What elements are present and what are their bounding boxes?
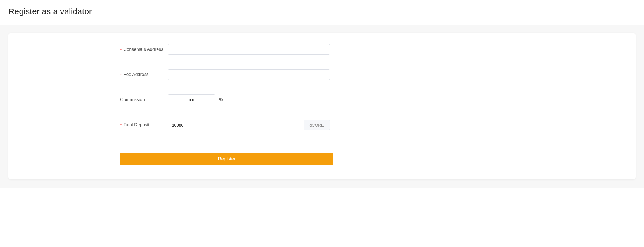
button-row: Register <box>8 153 636 165</box>
consensus-address-input[interactable] <box>168 44 330 55</box>
consensus-address-label-cell: * Consensus Address <box>8 47 168 52</box>
deposit-input-group: dCORE <box>168 120 330 130</box>
commission-input-cell: % <box>168 94 223 105</box>
consensus-address-row: * Consensus Address <box>8 44 636 55</box>
fee-address-label: Fee Address <box>124 72 149 77</box>
form-card: * Consensus Address * Fee Address Commis… <box>8 33 636 179</box>
page-title: Register as a validator <box>8 7 636 16</box>
fee-address-input-cell <box>168 69 330 80</box>
commission-label: Commission <box>120 97 145 102</box>
page-header: Register as a validator <box>0 0 644 25</box>
total-deposit-input[interactable] <box>168 120 304 130</box>
page-background: * Consensus Address * Fee Address Commis… <box>0 25 644 188</box>
fee-address-row: * Fee Address <box>8 69 636 80</box>
commission-suffix: % <box>219 97 223 102</box>
consensus-address-label: Consensus Address <box>124 47 163 52</box>
total-deposit-row: * Total Deposit dCORE <box>8 120 636 130</box>
required-star-icon: * <box>120 72 122 77</box>
fee-address-input[interactable] <box>168 69 330 80</box>
commission-row: Commission % <box>8 94 636 105</box>
commission-input[interactable] <box>168 94 215 105</box>
fee-address-label-cell: * Fee Address <box>8 72 168 77</box>
consensus-address-input-cell <box>168 44 330 55</box>
required-star-icon: * <box>120 47 122 52</box>
deposit-unit-addon: dCORE <box>304 120 330 130</box>
total-deposit-input-cell: dCORE <box>168 120 330 130</box>
required-star-icon: * <box>120 123 122 127</box>
total-deposit-label: Total Deposit <box>124 122 150 127</box>
total-deposit-label-cell: * Total Deposit <box>8 122 168 127</box>
register-button[interactable]: Register <box>120 153 333 165</box>
commission-label-cell: Commission <box>8 97 168 102</box>
